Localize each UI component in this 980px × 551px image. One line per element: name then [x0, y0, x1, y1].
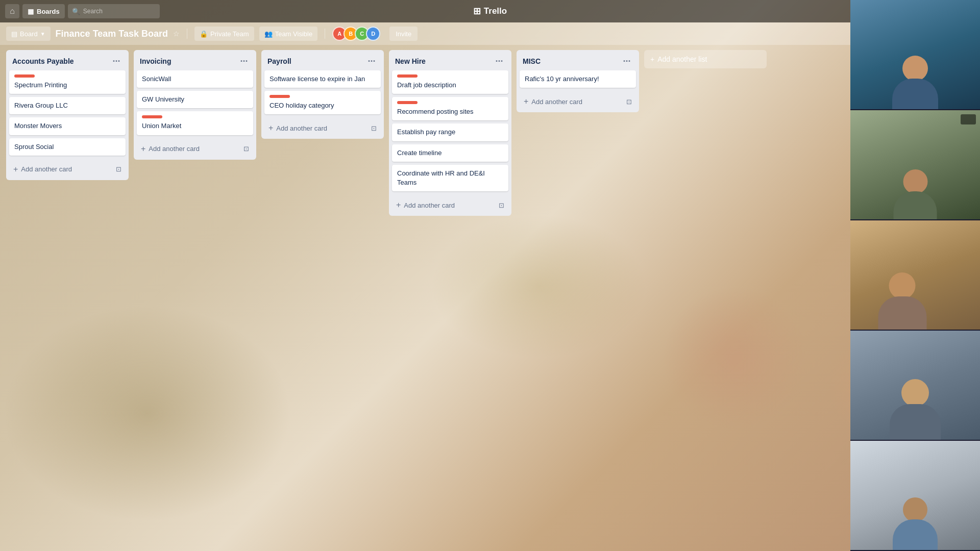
video-slot-2 — [850, 110, 980, 220]
add-card-label-new-hire: Add another card — [404, 202, 455, 209]
card-c2[interactable]: Rivera Group LLC — [9, 97, 126, 114]
list-title-new-hire: New Hire — [395, 57, 426, 65]
card-c7[interactable]: Union Market — [137, 111, 253, 135]
card-text-c8: Software license to expire in Jan — [270, 75, 365, 83]
list-menu-invoicing[interactable]: ··· — [238, 55, 250, 67]
boards-icon: ▦ — [28, 8, 34, 15]
card-c12[interactable]: Establish pay range — [392, 123, 508, 141]
list-invoicing: Invoicing ··· SonicWallGW UniversityUnio… — [134, 50, 256, 160]
team-visible-button[interactable]: 👥 Team Visible — [259, 27, 317, 41]
list-title-accounts-payable: Accounts Payable — [12, 57, 74, 65]
plus-icon: + — [268, 123, 273, 133]
list-menu-payroll[interactable]: ··· — [365, 55, 378, 67]
card-c10[interactable]: Draft job description — [392, 70, 508, 94]
boards-button[interactable]: ▦ Boards — [22, 4, 65, 18]
card-c13[interactable]: Create timeline — [392, 144, 508, 162]
card-c14[interactable]: Coordinate with HR and DE&I Teams — [392, 165, 508, 191]
card-text-c6: GW University — [142, 95, 184, 103]
card-c15[interactable]: Rafic's 10 yr anniversary! — [520, 70, 636, 88]
list-cards-invoicing: SonicWallGW UniversityUnion Market — [134, 70, 256, 138]
video-slot-4 — [850, 331, 980, 441]
card-label-c9 — [270, 95, 290, 98]
list-cards-payroll: Software license to expire in JanCEO hol… — [261, 70, 384, 117]
card-text-c14: Coordinate with HR and DE&I Teams — [397, 169, 485, 186]
add-card-button-accounts-payable[interactable]: + Add another card ⊡ — [9, 162, 126, 177]
plus-icon: + — [396, 201, 401, 210]
team-icon: 👥 — [264, 30, 273, 38]
trello-logo: ⊞ Trello — [473, 6, 507, 17]
separator — [187, 29, 187, 39]
video-slot-5 — [850, 441, 980, 551]
add-card-button-payroll[interactable]: + Add another card ⊡ — [264, 120, 381, 136]
card-text-c10: Draft job description — [397, 81, 456, 89]
add-card-button-new-hire[interactable]: + Add another card ⊡ — [392, 197, 508, 213]
plus-icon-addlist: + — [650, 55, 654, 63]
invite-button[interactable]: Invite — [389, 27, 418, 41]
card-c1[interactable]: Spectrum Printing — [9, 70, 126, 94]
card-text-c13: Create timeline — [397, 149, 442, 157]
list-cards-accounts-payable: Spectrum PrintingRivera Group LLCMonster… — [6, 70, 129, 159]
archive-icon-invoicing: ⊡ — [243, 145, 249, 153]
list-accounts-payable: Accounts Payable ··· Spectrum PrintingRi… — [6, 50, 129, 180]
card-text-c5: SonicWall — [142, 75, 171, 83]
card-label-c1 — [14, 74, 35, 78]
search-bar[interactable]: 🔍 Search — [68, 4, 160, 18]
topbar-center: ⊞ Trello — [473, 6, 507, 17]
card-text-c1: Spectrum Printing — [14, 81, 67, 89]
video-slot-1 — [850, 0, 980, 110]
card-text-c9: CEO holiday category — [270, 102, 334, 109]
home-icon[interactable]: ⌂ — [5, 4, 19, 18]
list-cards-misc: Rafic's 10 yr anniversary! — [517, 70, 639, 91]
trello-icon: ⊞ — [473, 6, 481, 17]
add-list-button[interactable]: +Add another list — [644, 50, 767, 68]
private-team-button[interactable]: 🔒 Private Team — [194, 27, 254, 41]
add-card-button-misc[interactable]: + Add another card ⊡ — [520, 94, 636, 109]
card-label-c7 — [142, 115, 162, 118]
topbar-left: ⌂ ▦ Boards 🔍 Search — [5, 4, 160, 18]
plus-icon: + — [524, 97, 528, 106]
list-payroll: Payroll ··· Software license to expire i… — [261, 50, 384, 139]
list-misc: MISC ··· Rafic's 10 yr anniversary! + Ad… — [517, 50, 639, 112]
list-menu-accounts-payable[interactable]: ··· — [110, 55, 122, 67]
card-c4[interactable]: Sprout Social — [9, 138, 126, 156]
add-card-label-misc: Add another card — [531, 98, 582, 106]
add-card-label-payroll: Add another card — [276, 124, 327, 132]
video-slot-3 — [850, 220, 980, 331]
card-text-c15: Rafic's 10 yr anniversary! — [525, 75, 599, 83]
member-avatars: A B C D — [332, 27, 380, 41]
card-c3[interactable]: Monster Movers — [9, 117, 126, 135]
card-text-c12: Establish pay range — [397, 128, 455, 136]
add-card-label-invoicing: Add another card — [149, 145, 200, 153]
card-c11[interactable]: Recommend posting sites — [392, 97, 508, 120]
card-c5[interactable]: SonicWall — [137, 70, 253, 88]
list-new-hire: New Hire ··· Draft job descriptionRecomm… — [389, 50, 511, 216]
video-panel — [850, 0, 980, 551]
archive-icon-payroll: ⊡ — [371, 124, 377, 132]
board-star-icon[interactable]: ☆ — [173, 30, 180, 38]
archive-icon-misc: ⊡ — [626, 98, 632, 106]
card-c6[interactable]: GW University — [137, 91, 253, 108]
board-dropdown-icon: ▼ — [40, 31, 45, 37]
list-cards-new-hire: Draft job descriptionRecommend posting s… — [389, 70, 511, 194]
member-avatar-4[interactable]: D — [366, 27, 380, 41]
list-menu-misc[interactable]: ··· — [621, 55, 633, 67]
card-text-c7: Union Market — [142, 122, 181, 130]
board-link-button[interactable]: ▤ Board ▼ — [6, 27, 51, 41]
board-link-icon: ▤ — [11, 30, 17, 38]
list-title-misc: MISC — [523, 57, 541, 65]
card-label-c10 — [397, 74, 418, 78]
card-text-c3: Monster Movers — [14, 122, 62, 130]
board-content: Accounts Payable ··· Spectrum PrintingRi… — [0, 45, 850, 551]
card-c9[interactable]: CEO holiday category — [264, 91, 381, 114]
add-card-button-invoicing[interactable]: + Add another card ⊡ — [137, 141, 253, 157]
list-menu-new-hire[interactable]: ··· — [493, 55, 505, 67]
board-header: ▤ Board ▼ Finance Team Task Board ☆ 🔒 Pr… — [0, 22, 850, 45]
add-list-label: Add another list — [657, 55, 707, 63]
topbar: ⌂ ▦ Boards 🔍 Search ⊞ Trello + Create ❓ … — [0, 0, 980, 22]
board-title[interactable]: Finance Team Task Board — [56, 29, 168, 39]
separator-2 — [325, 29, 325, 39]
add-card-label-accounts-payable: Add another card — [21, 165, 72, 173]
card-text-c2: Rivera Group LLC — [14, 102, 68, 109]
card-label-c11 — [397, 101, 418, 104]
card-c8[interactable]: Software license to expire in Jan — [264, 70, 381, 88]
